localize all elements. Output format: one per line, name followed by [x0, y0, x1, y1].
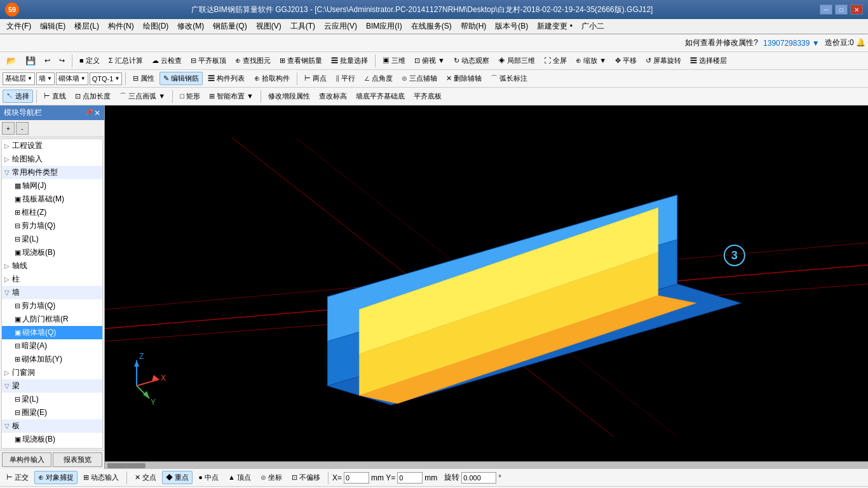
- tree-item-common[interactable]: ▽ 常用构件类型: [2, 166, 102, 179]
- report-preview-btn[interactable]: 报表预览: [53, 452, 102, 467]
- tree-item-engineering[interactable]: ▷ 工程设置: [2, 139, 102, 152]
- check-elevation-btn[interactable]: 查改标高: [315, 90, 351, 103]
- three-point-axis-btn[interactable]: ⊙ 三点辅轴: [398, 72, 441, 85]
- component-list-btn[interactable]: ☰ 构件列表: [204, 72, 248, 85]
- tree-item-col[interactable]: ▷ 柱: [2, 273, 102, 286]
- restore-button[interactable]: □: [835, 4, 848, 15]
- menu-item-Q[interactable]: 钢筋量(Q): [209, 20, 250, 33]
- menu-item-V[interactable]: 云应用(V): [320, 20, 361, 33]
- menu-item-[interactable]: 广小二: [578, 20, 608, 33]
- menu-item-E[interactable]: 编辑(E): [36, 20, 69, 33]
- flat-slab-btn[interactable]: 平齐底板: [410, 90, 445, 103]
- find-btn[interactable]: ⊕ 查找图元: [231, 54, 275, 67]
- tree-item-slab-section[interactable]: ▽ 板: [2, 419, 102, 433]
- tree-item-door[interactable]: ▷ 门窗洞: [2, 366, 102, 379]
- select-tool[interactable]: ↖ 选择: [3, 90, 33, 103]
- parallel-btn[interactable]: ∥ 平行: [332, 72, 359, 85]
- fullscreen-btn[interactable]: ⛶ 全屏: [540, 54, 571, 67]
- tree-item-masonry-rebar[interactable]: ⊞ 砌体加筋(Y): [2, 353, 102, 366]
- object-snap-btn[interactable]: ⊕ 对象捕捉: [34, 471, 78, 484]
- menu-item-B[interactable]: 版本号(B): [491, 20, 532, 33]
- menu-item-D[interactable]: 绘图(D): [139, 20, 173, 33]
- view-rebar-btn[interactable]: ⊞ 查看钢筋量: [276, 54, 326, 67]
- select-floor-btn[interactable]: ☰ 选择楼层: [686, 54, 731, 67]
- 3d-scene[interactable]: 3 Z X Y: [105, 105, 868, 469]
- subtype-select[interactable]: 砌体墙 ▼: [56, 72, 88, 85]
- delete-axis-btn[interactable]: ✕ 删除辅轴: [442, 72, 485, 85]
- tree-item-axisline[interactable]: ▷ 轴线: [2, 259, 102, 273]
- arc-label-btn[interactable]: ⌒ 弧长标注: [487, 72, 531, 85]
- tree-item-beam[interactable]: ⊟ 梁(L): [2, 233, 102, 246]
- smart-layout-btn[interactable]: ⊞ 智能布置 ▼: [205, 90, 257, 103]
- nav-add-btn[interactable]: +: [2, 122, 15, 135]
- menu-item-N[interactable]: 构件(N): [104, 20, 138, 33]
- 3d-btn[interactable]: ▣ 三维: [379, 54, 409, 67]
- menu-item-V[interactable]: 视图(V): [252, 20, 285, 33]
- orthogonal-btn[interactable]: ⊢ 正交: [3, 471, 32, 484]
- tree-item-shearwall[interactable]: ⊟ 剪力墙(Q): [2, 219, 102, 233]
- line-tool[interactable]: ⊢ 直线: [40, 90, 70, 103]
- arc-tool[interactable]: ⌒ 三点画弧 ▼: [116, 90, 169, 103]
- zoom-btn[interactable]: ⊕ 缩放 ▼: [572, 54, 610, 67]
- code-select[interactable]: QTQ-1 ▼: [90, 72, 123, 85]
- dynamic-btn[interactable]: ↻ 动态观察: [450, 54, 493, 67]
- coord-btn[interactable]: ⊙ 坐标: [257, 471, 286, 484]
- tree-item-beam-l[interactable]: ⊟ 梁(L): [2, 393, 102, 406]
- tree-item-spiral-slab[interactable]: ◎ 螺旋板(B): [2, 446, 102, 449]
- nav-minus-btn[interactable]: -: [16, 122, 29, 135]
- tree-item-sw[interactable]: ⊟ 剪力墙(Q): [2, 299, 102, 313]
- center-btn[interactable]: ● 中点: [194, 471, 222, 484]
- floor-select[interactable]: 基础层 ▼: [3, 72, 35, 85]
- menu-item-F[interactable]: 文件(F): [3, 20, 35, 33]
- modify-segment-btn[interactable]: 修改增段属性: [264, 90, 314, 103]
- intersection-btn[interactable]: ✕ 交点: [131, 471, 160, 484]
- menu-item-BIMI[interactable]: BIM应用(I): [362, 20, 406, 33]
- redo-btn[interactable]: ↪: [55, 55, 69, 67]
- dynamic-input-btn[interactable]: ⊞ 动态输入: [79, 471, 123, 484]
- top-view-btn[interactable]: ⊡ 俯视 ▼: [410, 54, 449, 67]
- tree-item-column[interactable]: ⊞ 框柱(Z): [2, 206, 102, 219]
- close-button[interactable]: ✕: [850, 4, 863, 15]
- tree-item-ring-beam[interactable]: ⊟ 圈梁(E): [2, 406, 102, 419]
- point-length-tool[interactable]: ⊡ 点加长度: [71, 90, 114, 103]
- batch-select-btn[interactable]: ☰ 批量选择: [327, 54, 372, 67]
- tree-item-raft[interactable]: ▣ 筏板基础(M): [2, 193, 102, 206]
- two-point-btn[interactable]: ⊢ 两点: [301, 72, 330, 85]
- single-component-btn[interactable]: 单构件输入: [2, 452, 51, 467]
- open-btn[interactable]: 📂: [3, 54, 20, 67]
- viewport-scrollbar[interactable]: [105, 461, 868, 469]
- nav-close-icon[interactable]: ✕: [94, 109, 100, 118]
- menu-item-T[interactable]: 工具(T): [287, 20, 319, 33]
- tree-item-axis[interactable]: ▦ 轴网(J): [2, 179, 102, 193]
- y-input[interactable]: [397, 472, 423, 484]
- pick-component-btn[interactable]: ⊕ 拾取构件: [250, 72, 294, 85]
- angle-btn[interactable]: ∠ 点角度: [360, 72, 397, 85]
- x-input[interactable]: [344, 472, 369, 484]
- menu-item-L[interactable]: 楼层(L): [71, 20, 103, 33]
- no-offset-btn[interactable]: ⊡ 不偏移: [288, 471, 324, 484]
- property-btn[interactable]: ⊟ 属性: [129, 72, 158, 85]
- tree-item-hidden-beam[interactable]: ⊟ 暗梁(A): [2, 339, 102, 353]
- rect-tool[interactable]: □ 矩形: [176, 90, 204, 103]
- rotate-btn[interactable]: ↺ 屏幕旋转: [642, 54, 685, 67]
- tree-item-wall-section[interactable]: ▽ 墙: [2, 286, 102, 299]
- edit-rebar-btn[interactable]: ✎ 编辑钢筋: [159, 72, 203, 85]
- scroll-thumb[interactable]: [107, 463, 146, 468]
- tree-item-civil[interactable]: ▣ 人防门框墙(R: [2, 313, 102, 326]
- tree-item-beam-section[interactable]: ▽ 梁: [2, 379, 102, 393]
- type-select[interactable]: 墙 ▼: [36, 72, 55, 85]
- wall-bottom-btn[interactable]: 墙底平齐基础底: [352, 90, 409, 103]
- undo-btn[interactable]: ↩: [41, 55, 54, 67]
- save-btn[interactable]: 💾: [22, 54, 39, 67]
- vertex-btn[interactable]: ▲ 顶点: [224, 471, 255, 484]
- sum-btn[interactable]: Σ 汇总计算: [105, 54, 147, 67]
- pan-btn[interactable]: ✥ 平移: [611, 54, 641, 67]
- tree-item-cast-slab[interactable]: ▣ 现浇板(B): [2, 433, 102, 446]
- local-3d-btn[interactable]: ◈ 局部三维: [494, 54, 539, 67]
- minimize-button[interactable]: ─: [820, 4, 832, 15]
- menu-item-M[interactable]: 修改(M): [173, 20, 208, 33]
- rotate-input[interactable]: [461, 472, 496, 484]
- tree-item-slab[interactable]: ▣ 现浇板(B): [2, 246, 102, 259]
- flat-top-btn[interactable]: ⊟ 平齐板顶: [187, 54, 230, 67]
- menu-item-H[interactable]: 帮助(H): [457, 20, 491, 33]
